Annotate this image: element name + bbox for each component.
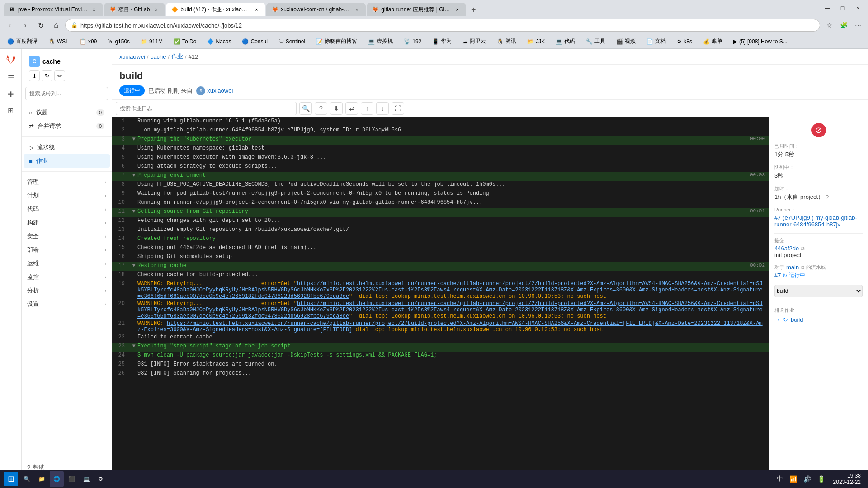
log-line-11[interactable]: 11 ▼ Getting source from Git repository …: [112, 208, 769, 217]
bookmark-tencent[interactable]: 🐧腾讯: [493, 37, 520, 46]
job-log[interactable]: 1 Running with gitlab-runner 16.6.1 (f5d…: [112, 117, 769, 488]
sidebar-item-security[interactable]: 安全 ›: [22, 230, 112, 243]
tray-wifi[interactable]: 📶: [788, 474, 799, 484]
tray-volume[interactable]: 🔊: [802, 474, 813, 484]
bookmark-vm[interactable]: 💻虚拟机: [364, 37, 396, 46]
restore-button[interactable]: □: [836, 2, 849, 14]
job-stop-button[interactable]: ⊘: [811, 123, 826, 137]
taskbar-browser[interactable]: 🌐: [50, 471, 64, 487]
log-search-button[interactable]: 🔍: [299, 102, 312, 115]
tab-pve-close[interactable]: ×: [90, 6, 98, 13]
bookmark-code[interactable]: 💻代码: [552, 37, 579, 46]
bookmark-911m[interactable]: 📁911M: [137, 38, 166, 46]
sidebar-item-settings[interactable]: 设置 ›: [22, 297, 112, 311]
sidebar-item-jobs[interactable]: ■ 作业: [24, 154, 110, 168]
log-scroll-up-button[interactable]: ↑: [361, 102, 373, 115]
minimize-button[interactable]: ─: [821, 2, 834, 14]
breadcrumb-xuxiaowei[interactable]: xuxiaowei: [119, 53, 145, 60]
pipeline-copy-icon[interactable]: ⧉: [801, 264, 804, 270]
bookmark-baidu[interactable]: 🔵百度翻译: [4, 37, 41, 46]
sidebar-search-input[interactable]: [25, 87, 108, 100]
reload-button[interactable]: ↻: [34, 19, 47, 32]
bookmark-consul[interactable]: 🔵Consul: [238, 38, 271, 46]
taskbar-settings[interactable]: ⚙: [94, 471, 107, 487]
bookmark-jjk[interactable]: 📂JJK: [524, 38, 548, 46]
commit-hash-link[interactable]: 446af2de: [774, 245, 799, 252]
bookmark-g150s[interactable]: 🖱g150s: [104, 38, 133, 46]
log-fullscreen-button[interactable]: ⛶: [392, 102, 404, 115]
sidebar-info-button[interactable]: ℹ: [29, 70, 40, 81]
tab-pve[interactable]: 🖥 pve - Proxmox Virtual Enviro... ×: [4, 3, 103, 16]
sidebar-item-pipeline[interactable]: ▷ 流水线: [24, 141, 110, 154]
bookmark-bill[interactable]: 💰账单: [699, 37, 726, 46]
taskbar-file-manager[interactable]: 📁: [35, 471, 49, 487]
log-help-button[interactable]: ?: [315, 102, 327, 115]
sidebar-item-mergerequests[interactable]: ⇄ 合并请求 0: [24, 119, 110, 133]
sidebar-item-operate[interactable]: 运维 ›: [22, 257, 112, 270]
timeout-help-icon[interactable]: ?: [826, 194, 829, 201]
bookmark-k8s[interactable]: ⚙k8s: [673, 38, 696, 46]
log-line-7[interactable]: 7 ▼ Preparing environment 00:03: [112, 172, 769, 181]
tab-build-job-close[interactable]: ×: [253, 6, 260, 13]
tab-cache-close[interactable]: ×: [353, 6, 360, 13]
browser-extensions[interactable]: 🧩: [837, 19, 850, 32]
gitlab-logo[interactable]: [4, 52, 18, 67]
bookmark-sentinel[interactable]: 🛡Sentinel: [275, 38, 309, 46]
sidebar-create-button[interactable]: ✚: [4, 87, 18, 101]
sidebar-item-deploy[interactable]: 部署 ›: [22, 243, 112, 257]
address-input[interactable]: 🔓 https://gitlab.test.helm.xuxiaowei.cn/…: [65, 19, 820, 32]
home-button[interactable]: ⌂: [50, 19, 62, 32]
job-user-link[interactable]: xuxiaowei: [207, 87, 233, 94]
bookmark-wsl[interactable]: 🐧WSL: [45, 38, 72, 46]
log-download-button[interactable]: ⬇: [330, 102, 343, 115]
related-job-link[interactable]: build: [791, 316, 803, 323]
tab-runner[interactable]: 🦊 gitlab runner 应用推荐 | GitLa... ×: [367, 3, 466, 16]
log-line-17[interactable]: 17 ▼ Restoring cache 00:02: [112, 262, 769, 271]
tab-runner-close[interactable]: ×: [453, 6, 461, 13]
runner-link[interactable]: #7 (e7UPJjg9,) my-gitlab-gitlab-runner-6…: [774, 214, 857, 228]
browser-menu[interactable]: ⋯: [852, 19, 864, 32]
sidebar-edit-button[interactable]: ✏: [54, 70, 65, 81]
copy-commit-button[interactable]: ⧉: [801, 245, 805, 252]
pipeline-branch-link[interactable]: main: [786, 264, 799, 271]
log-search-input[interactable]: [116, 102, 297, 115]
log-raw-button[interactable]: ⇄: [345, 102, 358, 115]
bookmark-192[interactable]: 📡192: [400, 38, 425, 46]
sidebar-item-manage[interactable]: 管理 ›: [22, 175, 112, 189]
sidebar-item-monitor[interactable]: 监控 ›: [22, 270, 112, 284]
log-scroll-down-button[interactable]: ↓: [376, 102, 389, 115]
bookmark-x99[interactable]: 📋x99: [76, 38, 100, 46]
sidebar-menu-toggle[interactable]: ☰: [4, 70, 18, 85]
sidebar-item-build[interactable]: 构建 ›: [22, 216, 112, 230]
sidebar-item-analytics[interactable]: 分析 ›: [22, 284, 112, 297]
sidebar-refresh-button[interactable]: ↻: [42, 70, 52, 81]
bookmark-huawei[interactable]: 📱华为: [429, 37, 455, 46]
back-button[interactable]: ‹: [4, 19, 16, 32]
taskbar-vscode[interactable]: 💻: [80, 471, 94, 487]
sidebar-item-plan[interactable]: 计划 ›: [22, 189, 112, 202]
log-line-23[interactable]: 23 ▼ Executing "step_script" stage of th…: [112, 343, 769, 352]
tray-lang[interactable]: 中: [775, 473, 785, 485]
tab-gitlab-project-close[interactable]: ×: [152, 6, 160, 13]
breadcrumb-jobs[interactable]: 作业: [171, 52, 183, 61]
bookmark-doc[interactable]: 📄文档: [643, 37, 670, 46]
sidebar-search-button[interactable]: ⊞: [4, 103, 18, 117]
bookmark-todo[interactable]: ✅To Do: [170, 38, 200, 46]
bookmark-video2[interactable]: ▶(5) [008] How to S...: [730, 38, 791, 46]
taskbar-search[interactable]: 🔍: [20, 471, 34, 487]
new-tab-button[interactable]: +: [467, 4, 480, 16]
stage-select[interactable]: build: [774, 285, 863, 297]
start-button[interactable]: ⊞: [4, 472, 18, 486]
log-line-3[interactable]: 3 ▼ Preparing the "Kubernetes" executor …: [112, 136, 769, 145]
sidebar-item-issues[interactable]: ○ 议题 0: [24, 106, 110, 119]
sidebar-item-code[interactable]: 代码 ›: [22, 202, 112, 216]
taskbar-terminal[interactable]: ⬛: [65, 471, 79, 487]
bookmark-blog[interactable]: 📝徐晓伟的博客: [312, 37, 361, 46]
bookmark-aliyun[interactable]: ☁阿里云: [459, 37, 490, 46]
breadcrumb-cache[interactable]: cache: [151, 53, 166, 60]
pipeline-num-link[interactable]: #7: [774, 272, 781, 279]
tab-gitlab-project[interactable]: 🦊 项目 · GitLab ×: [104, 3, 165, 16]
forward-button[interactable]: ›: [19, 19, 32, 32]
close-browser-button[interactable]: ×: [852, 2, 864, 14]
bookmark-tools[interactable]: 🔧工具: [582, 37, 609, 46]
